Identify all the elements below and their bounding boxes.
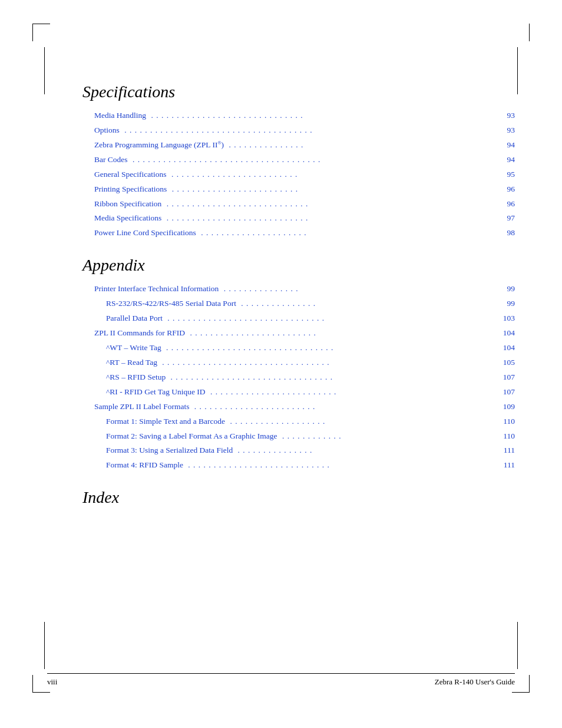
toc-entry-printer-interface[interactable]: Printer Interface Technical Information … (94, 283, 515, 295)
toc-entry-parallel[interactable]: Parallel Data Port . . . . . . . . . . .… (106, 312, 515, 325)
side-line-right (517, 47, 518, 94)
toc-page-media-handling: 93 (497, 110, 515, 122)
corner-mark-br-h (512, 692, 530, 693)
toc-entry-format2[interactable]: Format 2: Saving a Label Format As a Gra… (106, 430, 515, 443)
toc-entry-options[interactable]: Options . . . . . . . . . . . . . . . . … (94, 124, 515, 137)
side-line-left (44, 47, 45, 94)
toc-entry-rs[interactable]: ^RS – RFID Setup . . . . . . . . . . . .… (106, 371, 515, 384)
toc-entry-zpl[interactable]: Zebra Programming Language (ZPL II®) . .… (94, 139, 515, 151)
toc-page-printer-interface: 99 (497, 283, 515, 295)
toc-page-sample-zpl: 109 (497, 401, 515, 413)
toc-page-ri: 107 (497, 386, 515, 398)
toc-entry-media-handling[interactable]: Media Handling . . . . . . . . . . . . .… (94, 110, 515, 122)
toc-dots-format2: . . . . . . . . . . . . (280, 430, 495, 443)
toc-page-ribbon-spec: 96 (497, 198, 515, 210)
toc-label-media-specs: Media Specifications (94, 212, 161, 225)
toc-dots-power-line: . . . . . . . . . . . . . . . . . . . . … (199, 227, 495, 239)
specifications-entries: Media Handling . . . . . . . . . . . . .… (94, 110, 515, 239)
toc-page-printing-specs: 96 (497, 183, 515, 196)
toc-label-parallel: Parallel Data Port (106, 312, 163, 325)
toc-dots-media-specs: . . . . . . . . . . . . . . . . . . . . … (164, 212, 495, 225)
toc-page-zpl: 94 (497, 139, 515, 151)
toc-label-format4: Format 4: RFID Sample (106, 459, 183, 472)
toc-page-rt: 105 (497, 357, 515, 369)
toc-entry-rs232[interactable]: RS-232/RS-422/RS-485 Serial Data Port . … (106, 298, 515, 310)
footer-page-number: viii (47, 677, 57, 687)
toc-entry-format3[interactable]: Format 3: Using a Serialized Data Field … (106, 444, 515, 457)
toc-entry-format4[interactable]: Format 4: RFID Sample . . . . . . . . . … (106, 459, 515, 472)
toc-label-rs: ^RS – RFID Setup (106, 371, 166, 384)
toc-entry-sample-zpl[interactable]: Sample ZPL II Label Formats . . . . . . … (94, 401, 515, 413)
toc-label-zpl-rfid: ZPL II Commands for RFID (94, 327, 185, 340)
index-title: Index (82, 488, 515, 507)
toc-dots-general-specs: . . . . . . . . . . . . . . . . . . . . … (169, 169, 495, 181)
toc-dots-sample-zpl: . . . . . . . . . . . . . . . . . . . . … (191, 401, 495, 413)
toc-label-rt: ^RT – Read Tag (106, 357, 157, 369)
toc-page-rs232: 99 (497, 298, 515, 310)
toc-label-wt: ^WT – Write Tag (106, 342, 161, 354)
toc-entry-zpl-rfid[interactable]: ZPL II Commands for RFID . . . . . . . .… (94, 327, 515, 340)
toc-entry-ribbon-spec[interactable]: Ribbon Specification . . . . . . . . . .… (94, 198, 515, 210)
toc-dots-parallel: . . . . . . . . . . . . . . . . . . . . … (165, 312, 495, 325)
toc-dots-rs: . . . . . . . . . . . . . . . . . . . . … (168, 371, 495, 384)
toc-label-bar-codes: Bar Codes (94, 154, 128, 166)
corner-mark-tl-h (32, 24, 50, 24)
toc-entry-media-specs[interactable]: Media Specifications . . . . . . . . . .… (94, 212, 515, 225)
toc-label-ribbon-spec: Ribbon Specification (94, 198, 161, 210)
toc-content: Specifications Media Handling . . . . . … (82, 83, 515, 507)
side-line-right-bottom (517, 622, 518, 669)
toc-entry-power-line[interactable]: Power Line Cord Specifications . . . . .… (94, 227, 515, 239)
index-section: Index (82, 488, 515, 507)
toc-label-ri: ^RI - RFID Get Tag Unique ID (106, 386, 206, 398)
toc-label-zpl: Zebra Programming Language (ZPL II®) (94, 139, 224, 151)
toc-dots-format4: . . . . . . . . . . . . . . . . . . . . … (186, 459, 495, 472)
toc-page-media-specs: 97 (497, 212, 515, 225)
toc-dots-format3: . . . . . . . . . . . . . . . (235, 444, 495, 457)
toc-dots-zpl: . . . . . . . . . . . . . . . (226, 139, 495, 151)
toc-label-rs232: RS-232/RS-422/RS-485 Serial Data Port (106, 298, 236, 310)
toc-page-rs: 107 (497, 371, 515, 384)
page: Specifications Media Handling . . . . . … (0, 0, 562, 728)
toc-dots-media-handling: . . . . . . . . . . . . . . . . . . . . … (148, 110, 495, 122)
toc-entry-format1[interactable]: Format 1: Simple Text and a Barcode . . … (106, 416, 515, 428)
toc-label-format1: Format 1: Simple Text and a Barcode (106, 416, 225, 428)
toc-page-bar-codes: 94 (497, 154, 515, 166)
appendix-title: Appendix (82, 256, 515, 275)
toc-entry-rt[interactable]: ^RT – Read Tag . . . . . . . . . . . . .… (106, 357, 515, 369)
toc-dots-rt: . . . . . . . . . . . . . . . . . . . . … (160, 357, 495, 369)
toc-label-format2: Format 2: Saving a Label Format As a Gra… (106, 430, 277, 443)
toc-label-sample-zpl: Sample ZPL II Label Formats (94, 401, 189, 413)
toc-dots-printer-interface: . . . . . . . . . . . . . . . (221, 283, 495, 295)
footer-book-title: Zebra R-140 User's Guide (435, 677, 515, 687)
toc-entry-bar-codes[interactable]: Bar Codes . . . . . . . . . . . . . . . … (94, 154, 515, 166)
toc-entry-ri[interactable]: ^RI - RFID Get Tag Unique ID . . . . . .… (106, 386, 515, 398)
toc-label-printer-interface: Printer Interface Technical Information (94, 283, 219, 295)
appendix-entries: Printer Interface Technical Information … (94, 283, 515, 472)
toc-page-options: 93 (497, 124, 515, 137)
toc-page-power-line: 98 (497, 227, 515, 239)
corner-mark-bl-h (32, 692, 50, 693)
toc-dots-format1: . . . . . . . . . . . . . . . . . . . (227, 416, 495, 428)
specifications-section: Specifications Media Handling . . . . . … (82, 83, 515, 239)
toc-dots-ribbon-spec: . . . . . . . . . . . . . . . . . . . . … (164, 198, 495, 210)
side-line-left-bottom (44, 622, 45, 669)
toc-dots-options: . . . . . . . . . . . . . . . . . . . . … (122, 124, 495, 137)
toc-page-format3: 111 (497, 444, 515, 457)
toc-entry-general-specs[interactable]: General Specifications . . . . . . . . .… (94, 169, 515, 181)
toc-dots-zpl-rfid: . . . . . . . . . . . . . . . . . . . . … (187, 327, 495, 340)
toc-entry-wt[interactable]: ^WT – Write Tag . . . . . . . . . . . . … (106, 342, 515, 354)
toc-page-zpl-rfid: 104 (497, 327, 515, 340)
toc-label-media-handling: Media Handling (94, 110, 146, 122)
corner-mark-tr (529, 24, 530, 41)
toc-page-format2: 110 (497, 430, 515, 443)
toc-label-general-specs: General Specifications (94, 169, 167, 181)
toc-dots-rs232: . . . . . . . . . . . . . . . (239, 298, 495, 310)
toc-page-format4: 111 (497, 459, 515, 472)
toc-page-wt: 104 (497, 342, 515, 354)
toc-dots-printing-specs: . . . . . . . . . . . . . . . . . . . . … (169, 183, 495, 196)
toc-dots-bar-codes: . . . . . . . . . . . . . . . . . . . . … (130, 154, 495, 166)
toc-page-parallel: 103 (497, 312, 515, 325)
toc-entry-printing-specs[interactable]: Printing Specifications . . . . . . . . … (94, 183, 515, 196)
toc-dots-wt: . . . . . . . . . . . . . . . . . . . . … (164, 342, 495, 354)
corner-mark-br (529, 675, 530, 693)
